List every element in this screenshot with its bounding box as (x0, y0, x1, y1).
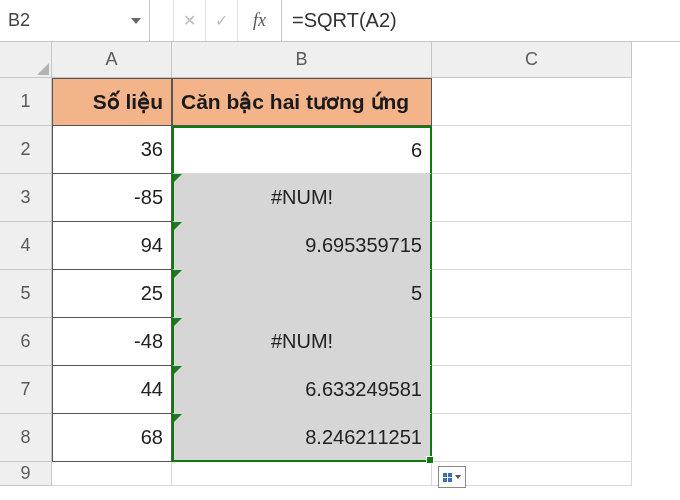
error-indicator-icon (174, 222, 182, 230)
cell-c3[interactable] (432, 174, 632, 222)
formula-input[interactable]: =SQRT(A2) (282, 0, 680, 41)
column-header-b[interactable]: B (172, 42, 432, 78)
formula-text: =SQRT(A2) (292, 9, 397, 32)
cell-a7[interactable]: 44 (52, 366, 172, 414)
cancel-button[interactable]: ✕ (174, 0, 206, 41)
fill-handle[interactable] (426, 456, 434, 464)
row-header-3[interactable]: 3 (0, 174, 52, 222)
cell-a5[interactable]: 25 (52, 270, 172, 318)
row-header-7[interactable]: 7 (0, 366, 52, 414)
select-all-corner[interactable] (0, 42, 52, 78)
cell-a2[interactable]: 36 (52, 126, 172, 174)
cell-a3[interactable]: -85 (52, 174, 172, 222)
check-icon: ✓ (215, 11, 228, 30)
cell-c2[interactable] (432, 126, 632, 174)
error-indicator-icon (174, 174, 182, 182)
name-box-value: B2 (8, 10, 125, 31)
cell-b7[interactable]: 6.633249581 (172, 366, 432, 414)
row-header-2[interactable]: 2 (0, 126, 52, 174)
row-header-9[interactable]: 9 (0, 462, 52, 486)
row-header-6[interactable]: 6 (0, 318, 52, 366)
cell-c6[interactable] (432, 318, 632, 366)
cell-b4[interactable]: 9.695359715 (172, 222, 432, 270)
close-icon: ✕ (183, 11, 196, 30)
cell-c1[interactable] (432, 78, 632, 126)
cell-b6[interactable]: #NUM! (172, 318, 432, 366)
cell-b2[interactable]: 6 (172, 126, 432, 174)
insert-function-button[interactable]: fx (238, 0, 282, 41)
row-header-4[interactable]: 4 (0, 222, 52, 270)
cell-a8[interactable]: 68 (52, 414, 172, 462)
column-header-a[interactable]: A (52, 42, 172, 78)
cell-b3[interactable]: #NUM! (172, 174, 432, 222)
cell-b8[interactable]: 8.246211251 (172, 414, 432, 462)
chevron-down-icon[interactable] (131, 18, 141, 24)
cell-a1[interactable]: Số liệu (52, 78, 172, 126)
cell-a9[interactable] (52, 462, 172, 486)
column-header-c[interactable]: C (432, 42, 632, 78)
row-header-8[interactable]: 8 (0, 414, 52, 462)
error-indicator-icon (174, 318, 182, 326)
cell-c4[interactable] (432, 222, 632, 270)
error-indicator-icon (174, 270, 182, 278)
cell-a4[interactable]: 94 (52, 222, 172, 270)
cell-b9[interactable] (172, 462, 432, 486)
cell-c5[interactable] (432, 270, 632, 318)
cell-b1[interactable]: Căn bậc hai tương ứng (172, 78, 432, 126)
name-box[interactable]: B2 (0, 0, 150, 41)
row-header-5[interactable]: 5 (0, 270, 52, 318)
cell-b5[interactable]: 5 (172, 270, 432, 318)
row-header-1[interactable]: 1 (0, 78, 52, 126)
cell-a6[interactable]: -48 (52, 318, 172, 366)
autofill-options-icon (443, 473, 452, 482)
formula-bar: B2 ✕ ✓ fx =SQRT(A2) (0, 0, 680, 42)
cell-c7[interactable] (432, 366, 632, 414)
worksheet-grid: A B C 1 Số liệu Căn bậc hai tương ứng 2 … (0, 42, 680, 486)
fx-icon: fx (253, 10, 266, 31)
cell-c8[interactable] (432, 414, 632, 462)
formula-bar-divider (150, 0, 174, 41)
enter-button[interactable]: ✓ (206, 0, 238, 41)
error-indicator-icon (174, 414, 182, 422)
autofill-options-button[interactable] (438, 466, 466, 488)
error-indicator-icon (174, 366, 182, 374)
